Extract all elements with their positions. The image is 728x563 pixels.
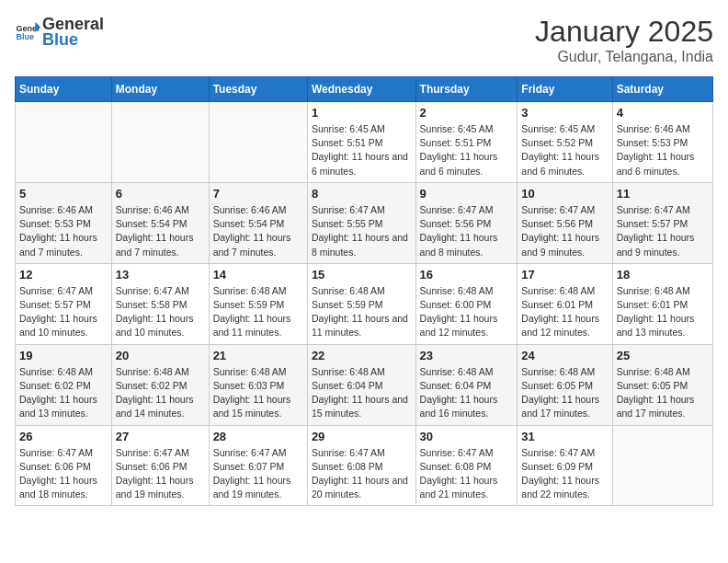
day-number: 23 <box>420 349 514 362</box>
calendar-cell: 26Sunrise: 6:47 AMSunset: 6:06 PMDayligh… <box>16 425 112 506</box>
day-number: 31 <box>521 430 608 443</box>
calendar-cell: 2Sunrise: 6:45 AMSunset: 5:51 PMDaylight… <box>415 102 518 183</box>
day-info: Sunrise: 6:47 AMSunset: 5:57 PMDaylight:… <box>19 284 108 340</box>
calendar-cell: 20Sunrise: 6:48 AMSunset: 6:02 PMDayligh… <box>111 344 209 425</box>
calendar-cell <box>16 102 112 183</box>
calendar-cell: 19Sunrise: 6:48 AMSunset: 6:02 PMDayligh… <box>16 344 112 425</box>
day-info: Sunrise: 6:48 AMSunset: 6:04 PMDaylight:… <box>420 365 514 421</box>
weekday-header-tuesday: Tuesday <box>209 77 307 102</box>
day-number: 24 <box>521 349 608 362</box>
calendar-cell: 13Sunrise: 6:47 AMSunset: 5:58 PMDayligh… <box>111 263 209 344</box>
day-info: Sunrise: 6:46 AMSunset: 5:54 PMDaylight:… <box>213 203 303 259</box>
weekday-header-friday: Friday <box>518 77 612 102</box>
calendar-cell: 5Sunrise: 6:46 AMSunset: 5:53 PMDaylight… <box>16 182 112 263</box>
weekday-header-wednesday: Wednesday <box>307 77 415 102</box>
weekday-header-sunday: Sunday <box>16 77 112 102</box>
day-info: Sunrise: 6:47 AMSunset: 6:07 PMDaylight:… <box>213 446 303 502</box>
day-number: 4 <box>617 106 709 120</box>
calendar-cell: 11Sunrise: 6:47 AMSunset: 5:57 PMDayligh… <box>612 182 712 263</box>
day-number: 11 <box>617 187 709 201</box>
day-info: Sunrise: 6:47 AMSunset: 6:06 PMDaylight:… <box>116 446 205 502</box>
calendar-subtitle: Gudur, Telangana, India <box>535 49 713 65</box>
calendar-cell: 1Sunrise: 6:45 AMSunset: 5:51 PMDaylight… <box>307 102 415 183</box>
day-number: 21 <box>213 349 303 362</box>
calendar-cell: 24Sunrise: 6:48 AMSunset: 6:05 PMDayligh… <box>518 344 612 425</box>
day-number: 22 <box>312 349 412 362</box>
calendar-cell: 8Sunrise: 6:47 AMSunset: 5:55 PMDaylight… <box>307 182 415 263</box>
day-number: 28 <box>213 430 303 443</box>
day-number: 1 <box>312 106 412 120</box>
day-number: 17 <box>521 268 608 282</box>
calendar-cell <box>111 102 209 183</box>
calendar-cell: 30Sunrise: 6:47 AMSunset: 6:08 PMDayligh… <box>415 425 518 506</box>
calendar-cell: 10Sunrise: 6:47 AMSunset: 5:56 PMDayligh… <box>518 182 612 263</box>
day-number: 18 <box>617 268 709 282</box>
weekday-header-thursday: Thursday <box>415 77 518 102</box>
calendar-cell: 3Sunrise: 6:45 AMSunset: 5:52 PMDaylight… <box>518 102 612 183</box>
calendar-cell: 21Sunrise: 6:48 AMSunset: 6:03 PMDayligh… <box>209 344 307 425</box>
calendar-table: SundayMondayTuesdayWednesdayThursdayFrid… <box>15 76 713 506</box>
day-number: 10 <box>521 187 608 201</box>
calendar-week-row: 5Sunrise: 6:46 AMSunset: 5:53 PMDaylight… <box>16 182 713 263</box>
day-number: 5 <box>19 187 108 201</box>
calendar-cell: 7Sunrise: 6:46 AMSunset: 5:54 PMDaylight… <box>209 182 307 263</box>
calendar-cell: 25Sunrise: 6:48 AMSunset: 6:05 PMDayligh… <box>612 344 712 425</box>
calendar-cell: 4Sunrise: 6:46 AMSunset: 5:53 PMDaylight… <box>612 102 712 183</box>
calendar-title: January 2025 <box>535 15 713 49</box>
day-number: 13 <box>116 268 205 282</box>
day-info: Sunrise: 6:48 AMSunset: 6:02 PMDaylight:… <box>116 365 205 421</box>
calendar-cell: 15Sunrise: 6:48 AMSunset: 5:59 PMDayligh… <box>307 263 415 344</box>
day-number: 3 <box>521 106 608 120</box>
day-info: Sunrise: 6:47 AMSunset: 6:08 PMDaylight:… <box>420 446 514 502</box>
day-info: Sunrise: 6:47 AMSunset: 5:55 PMDaylight:… <box>312 203 412 259</box>
calendar-cell: 18Sunrise: 6:48 AMSunset: 6:01 PMDayligh… <box>612 263 712 344</box>
day-info: Sunrise: 6:47 AMSunset: 6:06 PMDaylight:… <box>19 446 108 502</box>
calendar-cell: 22Sunrise: 6:48 AMSunset: 6:04 PMDayligh… <box>307 344 415 425</box>
day-number: 2 <box>420 106 514 120</box>
calendar-cell <box>612 425 712 506</box>
day-info: Sunrise: 6:45 AMSunset: 5:52 PMDaylight:… <box>521 122 608 178</box>
day-number: 8 <box>312 187 412 201</box>
day-number: 6 <box>116 187 205 201</box>
day-info: Sunrise: 6:47 AMSunset: 5:56 PMDaylight:… <box>521 203 608 259</box>
calendar-cell: 12Sunrise: 6:47 AMSunset: 5:57 PMDayligh… <box>16 263 112 344</box>
calendar-week-row: 12Sunrise: 6:47 AMSunset: 5:57 PMDayligh… <box>16 263 713 344</box>
calendar-week-row: 1Sunrise: 6:45 AMSunset: 5:51 PMDaylight… <box>16 102 713 183</box>
day-number: 9 <box>420 187 514 201</box>
day-number: 29 <box>312 430 412 443</box>
calendar-cell: 27Sunrise: 6:47 AMSunset: 6:06 PMDayligh… <box>111 425 209 506</box>
day-info: Sunrise: 6:45 AMSunset: 5:51 PMDaylight:… <box>312 122 412 178</box>
day-info: Sunrise: 6:48 AMSunset: 6:01 PMDaylight:… <box>617 284 709 340</box>
day-number: 14 <box>213 268 303 282</box>
weekday-header-saturday: Saturday <box>612 77 712 102</box>
weekday-header-monday: Monday <box>111 77 209 102</box>
calendar-cell: 9Sunrise: 6:47 AMSunset: 5:56 PMDaylight… <box>415 182 518 263</box>
day-info: Sunrise: 6:48 AMSunset: 6:05 PMDaylight:… <box>521 365 608 421</box>
page-header: General Blue General Blue January 2025 G… <box>15 15 713 65</box>
day-number: 7 <box>213 187 303 201</box>
calendar-cell: 6Sunrise: 6:46 AMSunset: 5:54 PMDaylight… <box>111 182 209 263</box>
calendar-cell: 16Sunrise: 6:48 AMSunset: 6:00 PMDayligh… <box>415 263 518 344</box>
calendar-cell: 29Sunrise: 6:47 AMSunset: 6:08 PMDayligh… <box>307 425 415 506</box>
day-number: 27 <box>116 430 205 443</box>
calendar-cell: 17Sunrise: 6:48 AMSunset: 6:01 PMDayligh… <box>518 263 612 344</box>
day-info: Sunrise: 6:48 AMSunset: 6:05 PMDaylight:… <box>617 365 709 421</box>
day-info: Sunrise: 6:48 AMSunset: 6:02 PMDaylight:… <box>19 365 108 421</box>
day-info: Sunrise: 6:47 AMSunset: 5:58 PMDaylight:… <box>116 284 205 340</box>
day-info: Sunrise: 6:46 AMSunset: 5:53 PMDaylight:… <box>19 203 108 259</box>
day-number: 20 <box>116 349 205 362</box>
day-info: Sunrise: 6:47 AMSunset: 6:09 PMDaylight:… <box>521 446 608 502</box>
day-number: 26 <box>19 430 108 443</box>
day-info: Sunrise: 6:48 AMSunset: 6:01 PMDaylight:… <box>521 284 608 340</box>
logo-icon: General Blue <box>15 19 40 45</box>
calendar-week-row: 19Sunrise: 6:48 AMSunset: 6:02 PMDayligh… <box>16 344 713 425</box>
day-number: 25 <box>617 349 709 362</box>
day-number: 19 <box>19 349 108 362</box>
day-info: Sunrise: 6:46 AMSunset: 5:53 PMDaylight:… <box>617 122 709 178</box>
logo: General Blue General Blue <box>15 15 104 50</box>
day-info: Sunrise: 6:46 AMSunset: 5:54 PMDaylight:… <box>116 203 205 259</box>
day-info: Sunrise: 6:47 AMSunset: 5:57 PMDaylight:… <box>617 203 709 259</box>
day-number: 16 <box>420 268 514 282</box>
day-number: 15 <box>312 268 412 282</box>
calendar-cell: 28Sunrise: 6:47 AMSunset: 6:07 PMDayligh… <box>209 425 307 506</box>
